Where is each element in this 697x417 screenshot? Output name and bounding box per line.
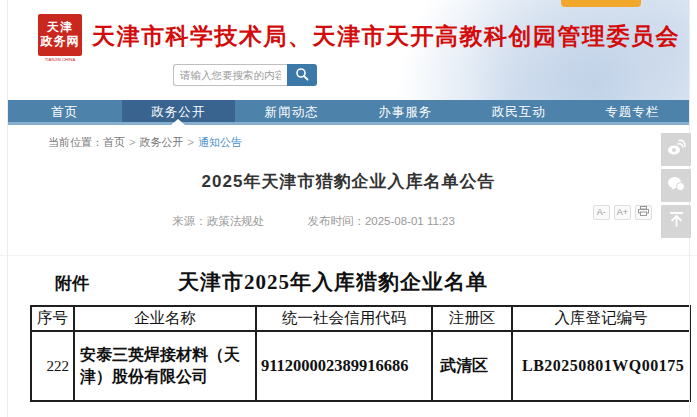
breadcrumb-prefix: 当前位置： [48,136,103,148]
wechat-share-icon [667,176,686,196]
article-title: 2025年天津市猎豹企业入库名单公告 [0,170,697,193]
nav-item-interaction[interactable]: 政民互动 [462,100,576,122]
site-header: 天津 政务网 TIANJIN CHINA 天津市科学技术局、天津市天开高教科创园… [8,0,689,100]
share-side-toolbar [661,133,691,238]
weibo-share-icon [667,139,686,160]
breadcrumb-separator: > [129,136,135,148]
site-title: 天津市科学技术局、天津市天开高教科创园管理委员会 [92,14,680,58]
cell-company-name: 安泰三英焊接材料（天津）股份有限公司 [74,331,256,401]
column-header-reg-no: 入库登记编号 [512,306,690,331]
site-brand: 天津 政务网 TIANJIN CHINA 天津市科学技术局、天津市天开高教科创园… [8,0,689,63]
seal-line2: 政务网 [38,35,82,49]
search-bar [173,64,317,86]
column-header-seq: 序号 [31,306,74,331]
print-button[interactable] [635,205,652,220]
article-publish-time: 发布时间：2025-08-01 11:23 [307,215,454,227]
column-header-district: 注册区 [432,306,512,331]
breadcrumb: 当前位置：首页>政务公开>通知公告 [48,135,689,150]
search-icon [295,67,309,84]
article-tools: A- A+ [593,205,652,220]
font-decrease-button[interactable]: A- [593,205,610,220]
attachment-document: 附件 天津市2025年入库猎豹企业名单 序号 企业名称 统一社会信用代码 注册区… [0,255,697,402]
seal-caption: TIANJIN CHINA [41,57,78,63]
attachment-doc-title: 天津市2025年入库猎豹企业名单 [89,268,697,296]
tianjin-gov-seal-logo: 天津 政务网 TIANJIN CHINA [38,14,82,63]
back-to-top-button[interactable] [661,205,691,238]
cell-reg-no: LB20250801WQ00175 [512,331,690,401]
cell-credit-code: 911200002389916686 [256,331,432,401]
main-nav: 首页 政务公开 新闻动态 办事服务 政民互动 专题专栏 [8,100,689,125]
attachment-label: 附件 [55,272,89,295]
search-input[interactable] [173,64,287,86]
breadcrumb-home[interactable]: 首页 [103,136,125,148]
column-header-company: 企业名称 [74,306,256,331]
breadcrumb-separator: > [187,136,193,148]
nav-item-services[interactable]: 办事服务 [349,100,463,122]
article-source: 来源：政策法规处 [172,215,264,227]
nav-item-news[interactable]: 新闻动态 [235,100,349,122]
table-header-row: 序号 企业名称 统一社会信用代码 注册区 入库登记编号 [31,306,690,331]
breadcrumb-gov-affairs[interactable]: 政务公开 [139,136,183,148]
nav-item-home[interactable]: 首页 [8,100,122,122]
seal-stamp: 天津 政务网 [38,14,82,56]
cell-district: 武清区 [432,331,512,401]
breadcrumb-notices[interactable]: 通知公告 [198,136,242,148]
search-button[interactable] [287,64,317,86]
seal-line1: 天津 [38,21,82,35]
cell-seq: 222 [31,331,74,401]
attachment-header: 附件 天津市2025年入库猎豹企业名单 [0,268,697,296]
back-to-top-icon [668,211,685,232]
weibo-share-button[interactable] [661,133,691,166]
nav-item-topics[interactable]: 专题专栏 [576,100,690,122]
wechat-share-button[interactable] [661,169,691,202]
font-increase-button[interactable]: A+ [614,205,631,220]
table-row: 222 安泰三英焊接材料（天津）股份有限公司 91120000238991668… [31,331,690,401]
enterprise-table: 序号 企业名称 统一社会信用代码 注册区 入库登记编号 222 安泰三英焊接材料… [30,305,691,402]
printer-icon [638,206,649,220]
column-header-credit-code: 统一社会信用代码 [256,306,432,331]
nav-item-gov-affairs[interactable]: 政务公开 [122,100,236,122]
